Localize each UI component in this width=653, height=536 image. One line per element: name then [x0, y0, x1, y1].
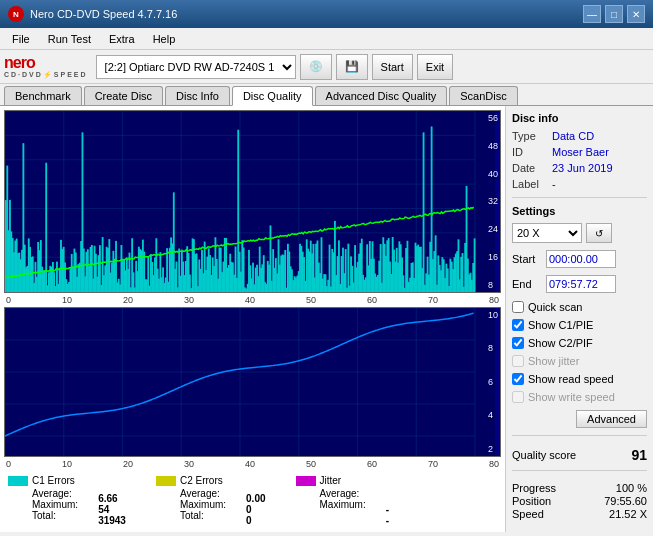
nero-logo: nero CD·DVD⚡SPEED	[4, 55, 88, 78]
start-time-input[interactable]	[546, 250, 616, 268]
chart-area: 5648403224168 01020304050607080 108642 0…	[0, 106, 505, 532]
divider-1	[512, 197, 647, 198]
disc-label-row: Label -	[512, 178, 647, 190]
end-time-input[interactable]	[546, 275, 616, 293]
show-jitter-row: Show jitter	[512, 355, 647, 367]
show-read-speed-label: Show read speed	[528, 373, 614, 385]
top-chart-x-labels: 01020304050607080	[4, 295, 501, 305]
menu-file[interactable]: File	[4, 31, 38, 47]
minimize-button[interactable]: —	[583, 5, 601, 23]
id-label: ID	[512, 146, 548, 158]
show-jitter-checkbox[interactable]	[512, 355, 524, 367]
position-value: 79:55.60	[604, 495, 647, 507]
tab-benchmark[interactable]: Benchmark	[4, 86, 82, 105]
progress-value: 100 %	[616, 482, 647, 494]
tab-disc-quality[interactable]: Disc Quality	[232, 86, 313, 106]
show-read-speed-row: Show read speed	[512, 373, 647, 385]
speed-select[interactable]: 20 X	[512, 223, 582, 243]
advanced-button[interactable]: Advanced	[576, 410, 647, 428]
menu-extra[interactable]: Extra	[101, 31, 143, 47]
quick-scan-row: Quick scan	[512, 301, 647, 313]
right-panel: Disc info Type Data CD ID Moser Baer Dat…	[505, 106, 653, 532]
label-value: -	[552, 178, 556, 190]
menu-run-test[interactable]: Run Test	[40, 31, 99, 47]
disc-id-row: ID Moser Baer	[512, 146, 647, 158]
type-label: Type	[512, 130, 548, 142]
progress-label: Progress	[512, 482, 556, 494]
jitter-values: - -	[386, 475, 389, 528]
label-label: Label	[512, 178, 548, 190]
legend-c1: C1 Errors Average: Maximum: Total:	[8, 475, 78, 528]
disc-date-row: Date 23 Jun 2019	[512, 162, 647, 174]
tab-create-disc[interactable]: Create Disc	[84, 86, 163, 105]
end-label: End	[512, 278, 542, 290]
bottom-chart-x-labels: 01020304050607080	[4, 459, 501, 469]
maximize-button[interactable]: □	[605, 5, 623, 23]
top-chart-y-labels: 5648403224168	[488, 111, 498, 292]
tab-advanced-disc-quality[interactable]: Advanced Disc Quality	[315, 86, 448, 105]
show-read-speed-checkbox[interactable]	[512, 373, 524, 385]
show-jitter-label: Show jitter	[528, 355, 579, 367]
legend-area: C1 Errors Average: Maximum: Total: 6.66 …	[4, 471, 501, 528]
show-write-speed-row: Show write speed	[512, 391, 647, 403]
progress-section: Progress 100 % Position 79:55.60 Speed 2…	[512, 482, 647, 521]
divider-2	[512, 435, 647, 436]
save-button[interactable]: 💾	[336, 54, 368, 80]
tab-bar: Benchmark Create Disc Disc Info Disc Qua…	[0, 84, 653, 106]
start-time-row: Start	[512, 250, 647, 268]
bottom-chart: 108642	[4, 307, 501, 457]
show-c2-label: Show C2/PIF	[528, 337, 593, 349]
c1-label: C1 Errors	[32, 475, 75, 486]
show-c1-row: Show C1/PIE	[512, 319, 647, 331]
c2-label: C2 Errors	[180, 475, 223, 486]
type-value: Data CD	[552, 130, 594, 142]
menu-bar: File Run Test Extra Help	[0, 28, 653, 50]
show-c1-checkbox[interactable]	[512, 319, 524, 331]
main-content: 5648403224168 01020304050607080 108642 0…	[0, 106, 653, 532]
show-write-speed-checkbox[interactable]	[512, 391, 524, 403]
settings-title: Settings	[512, 205, 647, 217]
tab-disc-info[interactable]: Disc Info	[165, 86, 230, 105]
show-c2-row: Show C2/PIF	[512, 337, 647, 349]
disc-icon-button[interactable]: 💿	[300, 54, 332, 80]
quality-score-label: Quality score	[512, 449, 576, 461]
legend-c2: C2 Errors Average: Maximum: Total:	[156, 475, 226, 528]
start-label: Start	[512, 253, 542, 265]
c1-values: 6.66 54 31943	[98, 475, 126, 528]
show-c1-label: Show C1/PIE	[528, 319, 593, 331]
show-c2-checkbox[interactable]	[512, 337, 524, 349]
title-bar: N Nero CD-DVD Speed 4.7.7.16 — □ ✕	[0, 0, 653, 28]
legend-jitter: Jitter Average: Maximum:	[296, 475, 366, 528]
id-value: Moser Baer	[552, 146, 609, 158]
exit-button[interactable]: Exit	[417, 54, 453, 80]
quick-scan-label: Quick scan	[528, 301, 582, 313]
c2-values: 0.00 0 0	[246, 475, 265, 528]
menu-help[interactable]: Help	[145, 31, 184, 47]
refresh-button[interactable]: ↺	[586, 223, 612, 243]
top-chart: 5648403224168	[4, 110, 501, 293]
app-title: Nero CD-DVD Speed 4.7.7.16	[30, 8, 177, 20]
quality-score-value: 91	[631, 447, 647, 463]
app-icon: N	[8, 6, 24, 22]
disc-type-row: Type Data CD	[512, 130, 647, 142]
speed-row: 20 X ↺	[512, 223, 647, 243]
drive-select[interactable]: [2:2] Optiarc DVD RW AD-7240S 1.04	[96, 55, 296, 79]
quality-score-row: Quality score 91	[512, 447, 647, 463]
progress-row: Progress 100 %	[512, 482, 647, 494]
speed-row-prog: Speed 21.52 X	[512, 508, 647, 520]
tab-scandisc[interactable]: ScanDisc	[449, 86, 517, 105]
speed-value: 21.52 X	[609, 508, 647, 520]
end-time-row: End	[512, 275, 647, 293]
close-button[interactable]: ✕	[627, 5, 645, 23]
disc-info-title: Disc info	[512, 112, 647, 124]
divider-3	[512, 470, 647, 471]
show-write-speed-label: Show write speed	[528, 391, 615, 403]
date-value: 23 Jun 2019	[552, 162, 613, 174]
c1-color	[8, 476, 28, 486]
start-button[interactable]: Start	[372, 54, 413, 80]
quick-scan-checkbox[interactable]	[512, 301, 524, 313]
jitter-color	[296, 476, 316, 486]
speed-label: Speed	[512, 508, 544, 520]
c2-color	[156, 476, 176, 486]
jitter-label: Jitter	[320, 475, 342, 486]
